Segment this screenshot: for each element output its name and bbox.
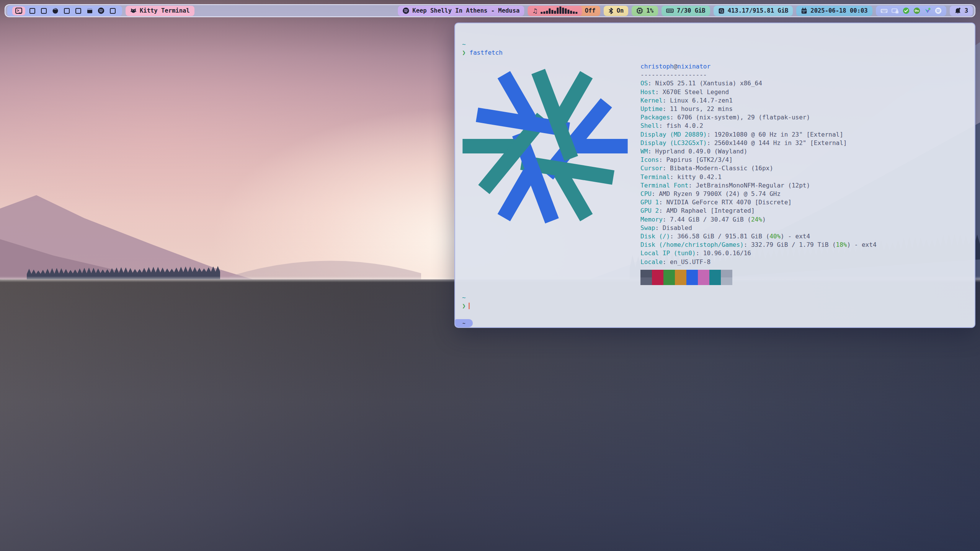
fastfetch-line: Display (LC32G5xT): 980x551 @ 144 Hz i… — [640, 139, 877, 147]
prompt-symbol: ❯ — [462, 49, 466, 56]
workspace-6[interactable] — [72, 6, 84, 16]
terminal-color-palette — [640, 270, 877, 285]
fastfetch-line: Disk (/): 366.58 GiB / 915.81 GiB (40%) … — [640, 232, 877, 241]
fastfetch-line: ------------------ — [640, 71, 877, 79]
cpu-module[interactable]: 1% — [632, 6, 658, 16]
system-tray — [876, 6, 946, 16]
fastfetch-line: Memory: 7.44 GiB / 30.47 GiB (24%) — [640, 215, 877, 224]
bluetooth-icon — [608, 8, 614, 14]
fastfetch-line: Uptime: 11 hours, 22 mins — [640, 105, 877, 113]
fastfetch-line: GPU 2: AMD Raphael [Integrated] — [640, 207, 877, 215]
command-text: fastfetch — [469, 49, 503, 56]
workspaces: >_ — [7, 6, 122, 16]
fastfetch-line: Cursor: Bibata-Modern-Classic (16px) — [640, 164, 877, 173]
clock-label: 2025-06-18 00:03 — [810, 7, 867, 14]
spotify-icon — [402, 7, 409, 14]
fastfetch-line: Kernel: Linux 6.14.7-zen1 — [640, 96, 877, 105]
fastfetch-output: christoph@nixinator------------------OS:… — [640, 62, 877, 285]
disk-label: 413.17/915.81 GiB — [728, 7, 789, 14]
key-icon[interactable] — [913, 7, 920, 14]
clock-module[interactable]: 2025-06-18 00:03 — [796, 6, 872, 16]
cpu-icon — [636, 7, 643, 14]
prompt-path: ~ — [462, 41, 466, 48]
fastfetch-line: Terminal: kitty 0.42.1 — [640, 173, 877, 181]
fastfetch-line: GPU 1: NVIDIA GeForce RTX 4070 [Discrete… — [640, 198, 877, 207]
now-playing-label: Keep Shelly In Athens - Medusa — [412, 7, 519, 14]
bar-left-group: >_ Kitty Terminal — [7, 6, 194, 16]
terminal-window[interactable]: ~ ❯ fastfetch christoph@nixinator-------… — [454, 23, 975, 328]
bluetooth-module[interactable]: On — [604, 6, 629, 16]
bluetooth-label: On — [617, 7, 624, 14]
memory-module[interactable]: 7/30 GiB — [662, 6, 710, 16]
sync-icon[interactable] — [924, 7, 931, 14]
workspace-3[interactable] — [38, 6, 49, 16]
workspace-1-active[interactable]: >_ — [12, 7, 25, 15]
bar-center-group: Keep Shelly In Athens - Medusa ♫ — [398, 5, 582, 16]
disk-module[interactable]: 413.17/915.81 GiB — [714, 6, 793, 16]
terminal-tab[interactable]: ~ — [455, 319, 473, 327]
fastfetch-line: Local IP (tun0): 10.96.0.16/16 — [640, 249, 877, 258]
previous-prompt: ~ ❯ fastfetch — [462, 40, 503, 57]
calendar-icon — [801, 8, 807, 14]
cpu-label: 1% — [646, 7, 653, 14]
check-circle-icon[interactable] — [903, 7, 910, 14]
network-label: Off — [585, 7, 596, 14]
workspace-9[interactable] — [107, 6, 118, 16]
visualizer-bars — [541, 8, 578, 14]
fastfetch-line: CPU: AMD Ryzen 9 7900X (24) @ 5.74 GHz — [640, 190, 877, 198]
fastfetch-line: Packages: 6706 (nix-system), 29 (flatpak… — [640, 113, 877, 122]
window-title-label: Kitty Terminal — [140, 7, 190, 14]
fastfetch-line: Disk (/home/christoph/Games): 332.79 GiB… — [640, 241, 877, 249]
workspace-2[interactable] — [26, 6, 38, 16]
disk-icon — [718, 8, 725, 14]
audio-visualizer-module[interactable]: ♫ — [528, 6, 582, 16]
media-player-module[interactable]: Keep Shelly In Athens - Medusa — [398, 6, 524, 16]
fastfetch-line: WM: Hyprland 0.49.0 (Wayland) — [640, 147, 877, 156]
fastfetch-line: Icons: Papirus [GTK2/3/4] — [640, 156, 877, 164]
fastfetch-line: Swap: Disabled — [640, 224, 877, 232]
workspace-5[interactable] — [61, 6, 72, 16]
fastfetch-line: Shell: fish 4.0.2 — [640, 122, 877, 130]
status-modules: 85%OffOn1%7/30 GiB413.17/915.81 GiB2025-… — [537, 6, 872, 16]
current-prompt[interactable]: ~ ❯ — [462, 293, 470, 310]
bell-icon — [954, 7, 962, 14]
workspace-7[interactable] — [84, 6, 95, 16]
clipboard-lock-icon[interactable] — [892, 8, 899, 14]
fastfetch-line: OS: NixOS 25.11 (Xantusia) x86_64 — [640, 79, 877, 88]
workspace-8[interactable] — [95, 6, 107, 16]
fastfetch-line: christoph@nixinator — [640, 62, 877, 71]
memory-label: 7/30 GiB — [677, 7, 706, 14]
notification-count: 3 — [965, 7, 968, 14]
workspace-4[interactable] — [49, 6, 61, 16]
notifications-module[interactable]: 3 — [950, 6, 973, 16]
desktop: >_ Kitty Terminal Keep Shelly In Athens … — [0, 0, 980, 551]
fastfetch-line: Host: X670E Steel Legend — [640, 88, 877, 96]
fastfetch-line: Terminal Font: JetBrainsMonoNFM-Regular … — [640, 181, 877, 190]
nixos-logo — [461, 62, 630, 231]
fastfetch-line: Display (MD 20889): 1920x1080 @ 60 Hz in… — [640, 130, 877, 139]
status-bar: >_ Kitty Terminal Keep Shelly In Athens … — [5, 4, 975, 17]
cat-icon — [130, 8, 137, 14]
bar-right-group: 85%OffOn1%7/30 GiB413.17/915.81 GiB2025-… — [537, 6, 973, 16]
keyboard-icon[interactable] — [880, 8, 888, 14]
fastfetch-line: Locale: en_US.UTF-8 — [640, 258, 877, 266]
active-window-title[interactable]: Kitty Terminal — [126, 6, 194, 16]
ram-icon — [666, 8, 674, 14]
music-note-icon: ♫ — [532, 7, 537, 15]
text-cursor — [469, 303, 470, 309]
spotify-tray-icon[interactable] — [935, 7, 942, 14]
